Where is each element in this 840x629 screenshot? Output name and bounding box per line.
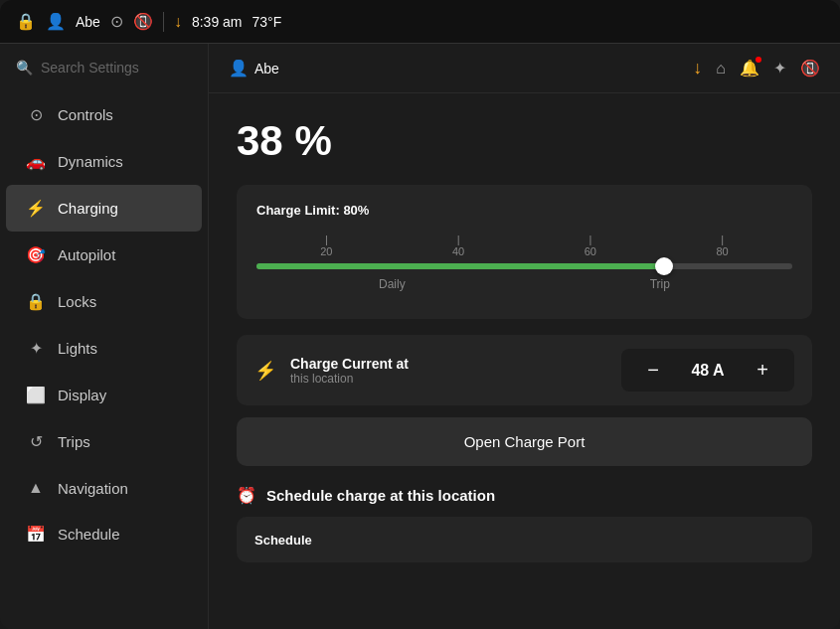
sidebar-item-label: Trips <box>58 433 90 450</box>
lights-icon: ✦ <box>26 339 46 358</box>
sidebar-item-label: Dynamics <box>58 153 123 170</box>
status-bar: 🔒 👤 Abe ⊙ 📵 ↓ 8:39 am 73°F <box>0 0 840 44</box>
sidebar-item-label: Controls <box>58 106 113 123</box>
sidebar-item-trips[interactable]: ↺ Trips <box>6 418 202 465</box>
header-home-icon: ⌂ <box>716 60 726 78</box>
status-bar-left: 🔒 👤 Abe ⊙ 📵 ↓ 8:39 am 73°F <box>16 12 281 32</box>
sidebar: 🔍 Search Settings ⊙ Controls 🚗 Dynamics … <box>0 44 209 629</box>
sidebar-item-controls[interactable]: ⊙ Controls <box>6 91 202 138</box>
tick-80: |80 <box>656 234 788 257</box>
sidebar-item-charging[interactable]: ⚡ Charging <box>6 185 202 232</box>
autopilot-icon: 🎯 <box>26 245 46 264</box>
charging-icon: ⚡ <box>26 199 46 218</box>
charge-current-value: 48 A <box>683 362 733 380</box>
sidebar-item-display[interactable]: ⬜ Display <box>6 372 202 418</box>
sidebar-item-label: Navigation <box>58 480 128 497</box>
controls-icon: ⊙ <box>26 105 46 124</box>
slider-labels: Daily Trip <box>256 277 792 291</box>
header-icons: ↓ ⌂ 🔔 ✦ 📵 <box>693 58 820 79</box>
slider-fill <box>256 263 664 269</box>
increase-button[interactable]: + <box>749 359 776 382</box>
open-charge-port-button[interactable]: Open Charge Port <box>237 417 812 466</box>
schedule-card-label: Schedule <box>254 533 312 548</box>
search-placeholder: Search Settings <box>41 60 139 76</box>
tick-20: |20 <box>260 234 393 257</box>
decrease-button[interactable]: − <box>639 359 667 382</box>
schedule-icon: 📅 <box>26 525 46 544</box>
status-temp: 73°F <box>252 14 282 30</box>
header-bell-icon: 🔔 <box>740 59 759 78</box>
header-user-icon: 👤 <box>229 59 249 78</box>
circle-icon: ⊙ <box>110 12 123 31</box>
charge-current-title: Charge Current at <box>290 356 621 372</box>
display-icon: ⬜ <box>26 386 46 404</box>
schedule-card: Schedule <box>237 517 812 562</box>
header-bluetooth-icon: ✦ <box>773 59 786 78</box>
schedule-section: ⏰ Schedule charge at this location Sched… <box>237 486 812 562</box>
sidebar-item-label: Display <box>58 387 106 403</box>
sidebar-item-label: Charging <box>58 200 118 217</box>
slider-ticks: |20 |40 |60 |80 <box>256 234 792 257</box>
notification-dot <box>756 57 761 63</box>
header-username: Abe <box>254 61 279 77</box>
header-user: 👤 Abe <box>229 59 279 78</box>
sidebar-item-label: Locks <box>58 293 96 310</box>
slider-thumb[interactable] <box>655 257 673 275</box>
profile-icon: 👤 <box>46 12 66 31</box>
charge-current-control: − 48 A + <box>621 349 794 392</box>
sidebar-item-dynamics[interactable]: 🚗 Dynamics <box>6 138 202 185</box>
sidebar-item-autopilot[interactable]: 🎯 Autopilot <box>6 232 202 278</box>
dynamics-icon: 🚗 <box>26 152 46 171</box>
charging-arrow-icon: ↓ <box>174 13 182 31</box>
label-trip: Trip <box>650 277 670 291</box>
status-time: 8:39 am <box>192 14 243 30</box>
sidebar-item-label: Lights <box>58 340 97 357</box>
content-panel: 👤 Abe ↓ ⌂ 🔔 ✦ 📵 38 % <box>209 44 840 629</box>
charge-current-subtitle: this location <box>290 372 621 386</box>
search-bar[interactable]: 🔍 Search Settings <box>0 52 208 83</box>
charge-limit-label: Charge Limit: 80% <box>256 203 792 218</box>
plug-icon: ⚡ <box>254 360 276 382</box>
search-icon: 🔍 <box>16 60 33 76</box>
label-daily: Daily <box>379 277 406 291</box>
signal-icon: 📵 <box>133 12 153 31</box>
header-bar: 👤 Abe ↓ ⌂ 🔔 ✦ 📵 <box>209 44 840 93</box>
alarm-icon: ⏰ <box>237 486 256 505</box>
trips-icon: ↺ <box>26 432 46 451</box>
charge-current-text: Charge Current at this location <box>290 356 621 386</box>
content-body: 38 % Charge Limit: 80% |20 |40 |60 |80 <box>209 93 840 629</box>
status-divider <box>163 12 164 32</box>
sidebar-item-lights[interactable]: ✦ Lights <box>6 325 202 372</box>
charge-current-row: ⚡ Charge Current at this location − 48 A… <box>237 335 812 405</box>
main-content: 🔍 Search Settings ⊙ Controls 🚗 Dynamics … <box>0 44 840 629</box>
schedule-title-text: Schedule charge at this location <box>266 487 495 504</box>
charge-limit-card: Charge Limit: 80% |20 |40 |60 |80 <box>237 185 812 319</box>
schedule-title: ⏰ Schedule charge at this location <box>237 486 812 505</box>
tick-40: |40 <box>393 234 525 257</box>
status-username: Abe <box>76 14 100 30</box>
battery-percent: 38 % <box>237 117 812 165</box>
sidebar-item-schedule[interactable]: 📅 Schedule <box>6 511 202 557</box>
tick-60: |60 <box>525 234 657 257</box>
header-download-icon: ↓ <box>693 58 702 79</box>
sidebar-item-locks[interactable]: 🔒 Locks <box>6 278 202 325</box>
header-signal-icon: 📵 <box>800 59 820 78</box>
slider-track[interactable] <box>256 263 792 269</box>
lock-icon: 🔒 <box>16 12 36 31</box>
sidebar-item-label: Schedule <box>58 526 120 543</box>
slider-container[interactable]: |20 |40 |60 |80 Daily Trip <box>256 234 792 291</box>
locks-icon: 🔒 <box>26 292 46 311</box>
sidebar-item-navigation[interactable]: ▲ Navigation <box>6 465 202 511</box>
sidebar-item-label: Autopilot <box>58 246 115 263</box>
navigation-icon: ▲ <box>26 479 46 497</box>
